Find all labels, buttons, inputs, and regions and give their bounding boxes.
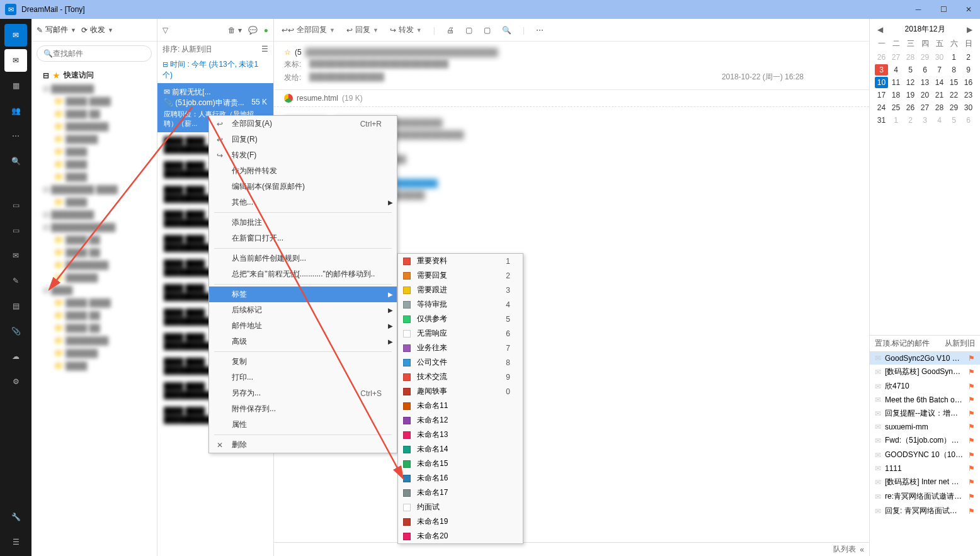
cal-day[interactable]: 26 (904, 102, 917, 113)
tag-item[interactable]: 技术交流9 (398, 370, 523, 384)
cal-day[interactable]: 6 (962, 115, 975, 126)
time-group-header[interactable]: ⊟ 时间 : 今年 (共13个, 未读1个) (157, 57, 273, 83)
menu-item[interactable]: ↩回复(R) (209, 132, 397, 147)
menu-item[interactable]: 另存为...Ctrl+S (209, 385, 397, 401)
cal-day[interactable]: 29 (918, 52, 932, 63)
menu-item[interactable]: 打印... (209, 370, 397, 385)
cal-day[interactable]: 4 (889, 64, 903, 76)
cal-day[interactable]: 6 (918, 64, 932, 76)
cal-day[interactable]: 10 (875, 77, 888, 88)
cal-day[interactable]: 1 (947, 52, 960, 63)
cal-day[interactable]: 28 (904, 52, 917, 63)
sidebar-mail-icon[interactable]: ✉ (4, 49, 27, 72)
tag-item[interactable]: 未命名13 (398, 428, 523, 442)
pinned-item[interactable]: ✉GoodSync2Go V10 Pro Ac...⚑ (870, 352, 980, 365)
tag-item[interactable]: 重要资料1 (398, 254, 523, 268)
cal-day[interactable]: 27 (918, 102, 932, 113)
sort-value[interactable]: 从新到旧 (181, 44, 212, 55)
reply-all-button[interactable]: ↩↩全部回复▼ (282, 25, 335, 35)
cal-day[interactable]: 1 (889, 115, 903, 126)
sidebar-folder-icon[interactable]: ▭ (4, 219, 27, 242)
menu-item[interactable]: 总把"来自"前程无忧[..........."的邮件移动到.. (209, 266, 397, 282)
folder-item[interactable]: 📁 ██████ (31, 347, 157, 360)
cal-day[interactable]: 16 (962, 77, 975, 88)
sidebar-tool-icon[interactable]: 🔧 (4, 506, 27, 528)
cal-day[interactable]: 21 (933, 89, 946, 101)
sidebar-contacts-icon[interactable]: 👥 (4, 99, 27, 122)
menu-item[interactable]: 添加批注 (209, 215, 397, 230)
cal-day[interactable]: 2 (962, 52, 975, 63)
menu-item[interactable]: 标签▶ (209, 287, 397, 302)
menu-item[interactable]: 其他...▶ (209, 195, 397, 210)
cal-day[interactable]: 15 (947, 77, 960, 88)
tag-item[interactable]: 仅供参考5 (398, 312, 523, 326)
pinned-item[interactable]: ✉re:青冥网络面试邀请——收...⚑ (870, 489, 980, 504)
forward-button[interactable]: ↪转发▼ (390, 25, 422, 35)
pinned-item[interactable]: ✉[数码荔枝] GoodSync 便 携...⚑ (870, 365, 980, 379)
tag-item[interactable]: 未命名15 (398, 457, 523, 471)
folder-item[interactable]: 📁 ████ ██ (31, 234, 157, 246)
pinned-item[interactable]: ✉欣4710⚑ (870, 379, 980, 394)
folder-item[interactable]: 📁 ████ (31, 171, 157, 183)
tag-item[interactable]: 趣闻轶事0 (398, 384, 523, 399)
pinned-item[interactable]: ✉Meet the 6th Batch of Ali...⚑ (870, 394, 980, 406)
menu-item[interactable]: 作为附件转发 (209, 163, 397, 179)
receive-button[interactable]: ⟳ 收发 ▼ (81, 25, 113, 35)
sidebar-doc-icon[interactable]: ▤ (4, 295, 27, 317)
cal-day[interactable]: 8 (947, 64, 960, 76)
tag-item[interactable]: 未命名16 (398, 471, 523, 485)
close-button[interactable]: ✕ (962, 3, 975, 16)
sidebar-cloud-icon[interactable]: ☁ (4, 345, 27, 368)
menu-item[interactable]: 复制 (209, 354, 397, 370)
folder-item[interactable]: ⊟ ████████ (31, 82, 157, 95)
tag-item[interactable]: 未命名14 (398, 442, 523, 457)
menu-item[interactable]: ↪转发(F) (209, 147, 397, 163)
cal-day[interactable]: 31 (875, 115, 888, 126)
sidebar-tag-icon[interactable]: ▭ (4, 194, 27, 217)
compose-button[interactable]: ✎ 写邮件 ▼ (37, 25, 76, 35)
pinned-item[interactable]: ✉回复提醒--建议：增加 "邮...⚑ (870, 406, 980, 421)
folder-item[interactable]: 📁 ████████ (31, 259, 157, 271)
pinned-item[interactable]: ✉GOODSYNC 10（100%的...⚑ (870, 448, 980, 462)
cal-next-button[interactable]: ▶ (964, 25, 975, 34)
sidebar-home-icon[interactable]: ✉ (4, 24, 27, 47)
folder-item[interactable]: 📁 ████ (31, 145, 157, 158)
menu-item[interactable]: 附件保存到... (209, 401, 397, 417)
tag-item[interactable]: 公司文件8 (398, 355, 523, 370)
tag-item[interactable]: 未命名19 (398, 514, 523, 529)
folder-item[interactable]: 📁 ████ ██ (31, 246, 157, 259)
folder-item[interactable]: ⊟ ████████ ████ (31, 183, 157, 196)
cal-day[interactable]: 27 (889, 52, 903, 63)
cal-day[interactable]: 3 (875, 64, 888, 76)
sidebar-menu-icon[interactable]: ☰ (4, 531, 27, 553)
footer-queue-label[interactable]: 队列表 (833, 544, 856, 555)
cal-day[interactable]: 30 (962, 102, 975, 113)
tag-item[interactable]: 需要回复2 (398, 268, 523, 283)
folder-item[interactable]: 📁 ██████ (31, 271, 157, 284)
tag-item[interactable]: 业务往来7 (398, 341, 523, 355)
cal-day[interactable]: 5 (904, 64, 917, 76)
pinned-header-right[interactable]: 从新到旧 (945, 338, 975, 349)
tag-item[interactable]: 等待审批4 (398, 297, 523, 312)
tag-item[interactable]: 未命名12 (398, 413, 523, 428)
search-input[interactable] (53, 49, 147, 58)
folder-item[interactable]: 📁 ████ (31, 158, 157, 171)
sidebar-more-icon[interactable]: ⋯ (4, 125, 27, 147)
zoom-icon[interactable]: 🔍 (502, 26, 511, 35)
folder-item[interactable]: 📁 ████ ██ (31, 309, 157, 322)
cal-day[interactable]: 24 (875, 102, 888, 113)
more-icon[interactable]: ⋯ (536, 26, 544, 35)
folder-quick-access[interactable]: ⊟★ 快速访问 (31, 68, 157, 82)
sidebar-edit-icon[interactable]: ✎ (4, 269, 27, 292)
cal-day[interactable]: 14 (933, 77, 946, 88)
filter-icon[interactable]: ▽ (162, 26, 168, 35)
search-box[interactable]: 🔍 (37, 45, 152, 62)
reply-button[interactable]: ↩回复▼ (346, 25, 379, 35)
folder-item[interactable]: 📁 ████ (31, 360, 157, 372)
cal-prev-button[interactable]: ◀ (875, 25, 886, 34)
folder-item[interactable]: 📁 ██████ (31, 133, 157, 145)
cal-day[interactable]: 13 (918, 77, 932, 88)
cal-day[interactable]: 17 (875, 89, 888, 101)
tag-item[interactable]: 无需响应6 (398, 326, 523, 341)
folder-item[interactable]: 📁 ████ ██ (31, 322, 157, 334)
